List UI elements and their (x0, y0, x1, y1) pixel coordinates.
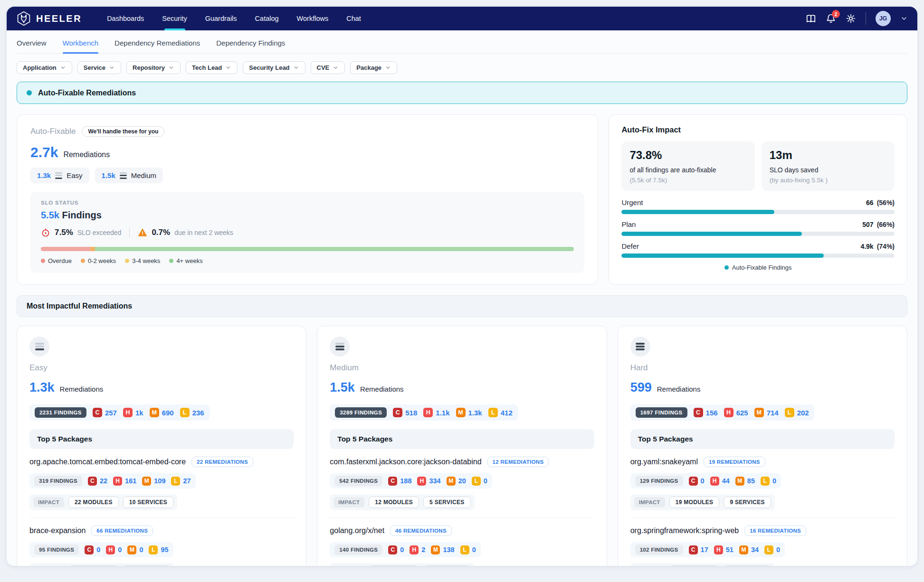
package-name[interactable]: golang.org/x/net (330, 526, 384, 535)
user-avatar[interactable]: JG (876, 11, 891, 26)
tab-overview[interactable]: Overview (17, 39, 47, 53)
difficulty-pill-medium[interactable]: 1.5k Medium (95, 168, 163, 183)
package-remediations-badge[interactable]: 12 REMEDIATIONS (487, 457, 549, 467)
severity-c-icon: C (689, 545, 698, 554)
slo-bar-segment-overdue (41, 247, 90, 251)
severity-m-icon: M (739, 545, 748, 554)
package-remediations-badge[interactable]: 46 REMEDIATIONS (390, 526, 452, 536)
package-findings-row: 140 FINDINGS C 0 H 2 M 138 L 0 (330, 542, 480, 557)
nav-item-guardrails[interactable]: Guardrails (198, 7, 244, 30)
tab-dependency-findings[interactable]: Dependency Findings (216, 39, 285, 53)
modules-pill[interactable]: 12 MODULES (369, 497, 419, 508)
filter-service[interactable]: Service (77, 61, 121, 74)
severity-h: H 625 (724, 408, 748, 417)
services-pill[interactable]: 0 SERVICES (423, 565, 470, 566)
filter-repository[interactable]: Repository (126, 61, 181, 74)
slo-findings-value: 5.5k (41, 210, 59, 220)
difficulty-icon-circle (29, 337, 49, 357)
severity-h-icon: H (123, 408, 133, 417)
package-name[interactable]: org.apache.tomcat.embed:tomcat-embed-cor… (29, 458, 186, 466)
impact-title: Auto-Fix Impact (621, 125, 895, 134)
difficulty-cards-grid: Easy 1.3k Remediations 2231 FINDINGS C 2… (17, 326, 907, 566)
package-row: org.yaml:snakeyaml 19 REMEDIATIONS 129 F… (630, 449, 895, 518)
docs-book-icon[interactable] (806, 13, 816, 24)
severity-m: M 20 (447, 477, 466, 486)
severity-c-icon: C (88, 477, 97, 486)
severity-h-icon: H (724, 408, 733, 417)
services-pill[interactable]: 8 SERVICES (123, 565, 170, 566)
tab-dependency-remediations[interactable]: Dependency Remediations (114, 39, 200, 53)
severity-h-icon: H (410, 545, 419, 554)
slo-legend-item: Overdue (41, 257, 72, 264)
modules-pill[interactable]: 16 MODULES (669, 565, 720, 566)
filter-cve[interactable]: CVE (311, 61, 345, 74)
package-remediations-badge[interactable]: 16 REMEDIATIONS (744, 526, 806, 536)
nav-divider (866, 12, 866, 25)
package-findings-badge: 140 FINDINGS (334, 544, 382, 555)
nav-item-workflows[interactable]: Workflows (290, 7, 336, 30)
services-pill[interactable]: 9 SERVICES (724, 565, 771, 566)
severity-l: L 95 (149, 545, 168, 554)
auto-fixable-banner[interactable]: Auto-Fixable Remediations (17, 82, 907, 104)
section-title: Most Impactful Remediations (17, 295, 907, 317)
tab-workbench[interactable]: Workbench (63, 39, 99, 53)
difficulty-remediations-count: 1.3k (29, 380, 55, 395)
services-pill[interactable]: 9 SERVICES (724, 497, 771, 508)
package-remediations-badge[interactable]: 22 REMEDIATIONS (191, 457, 253, 467)
modules-pill[interactable]: 46 MODULES (369, 565, 419, 566)
nav-item-security[interactable]: Security (155, 7, 194, 30)
severity-c-icon: C (694, 408, 703, 417)
impact-bar-fill (621, 253, 823, 258)
findings-total-badge: 3289 FINDINGS (335, 407, 387, 418)
impact-stat-box: 13m SLO days saved (by auto-fixing 5.5k … (762, 141, 895, 191)
legend-dot-icon (724, 265, 729, 270)
impact-bar-track (621, 232, 895, 236)
notifications-bell-icon[interactable]: 2 (826, 13, 836, 24)
difficulty-pill-easy[interactable]: 1.3k Easy (30, 168, 89, 183)
user-menu-chevron-down-icon[interactable] (900, 15, 908, 22)
package-name[interactable]: org.springframework:spring-web (630, 526, 739, 535)
package-remediations-badge[interactable]: 66 REMEDIATIONS (91, 526, 153, 536)
severity-h: H 44 (710, 477, 730, 486)
brand[interactable]: HEELER (16, 11, 82, 26)
package-impact-row: IMPACT 12 MODULES 5 SERVICES (330, 494, 474, 510)
package-remediations-badge[interactable]: 19 REMEDIATIONS (704, 457, 765, 467)
filter-application[interactable]: Application (17, 61, 72, 74)
nav-item-dashboards[interactable]: Dashboards (100, 7, 151, 30)
difficulty-level-icon (55, 172, 62, 179)
severity-m-icon: M (150, 408, 159, 417)
severity-c: C 0 (85, 545, 100, 554)
services-pill[interactable]: 10 SERVICES (123, 497, 173, 508)
package-name[interactable]: brace-expansion (29, 526, 86, 535)
difficulty-findings-row: 1697 FINDINGS C 156 H 625 M 714 L 202 (630, 404, 814, 421)
nav-item-chat[interactable]: Chat (339, 7, 368, 30)
chevron-down-icon (293, 65, 299, 71)
filter-package[interactable]: Package (350, 61, 397, 74)
modules-pill[interactable]: 22 MODULES (68, 497, 119, 508)
severity-h-icon: H (113, 477, 122, 486)
chevron-down-icon (225, 65, 231, 71)
services-pill[interactable]: 5 SERVICES (423, 497, 470, 508)
filter-tech-lead[interactable]: Tech Lead (186, 61, 238, 74)
severity-m-icon: M (447, 477, 456, 486)
slo-status-heading: SLO STATUS (41, 200, 574, 206)
package-name[interactable]: org.yaml:snakeyaml (630, 458, 698, 466)
difficulty-pills: 1.3k Easy 1.5k Medium (30, 168, 584, 183)
auto-fixable-badge: We'll handle these for you (82, 126, 164, 137)
modules-pill[interactable]: 19 MODULES (669, 497, 720, 508)
nav-item-catalog[interactable]: Catalog (248, 7, 286, 30)
severity-c-icon: C (388, 477, 397, 486)
severity-c: C 257 (93, 408, 117, 417)
severity-h-icon: H (417, 477, 426, 486)
slo-exceeded-label: SLO exceeded (77, 229, 122, 236)
findings-total-badge: 2231 FINDINGS (35, 407, 86, 418)
severity-m: M 34 (739, 545, 759, 554)
remediations-count-label: Remediations (63, 150, 110, 159)
settings-gear-icon[interactable] (846, 13, 856, 24)
package-name[interactable]: com.fasterxml.jackson.core:jackson-datab… (330, 458, 481, 466)
filter-security-lead[interactable]: Security Lead (243, 61, 305, 74)
modules-pill[interactable]: 66 MODULES (68, 565, 119, 566)
slo-bar-segment-0-2-weeks (90, 247, 95, 251)
slo-progress-bar (41, 247, 574, 251)
impact-bar-plan: Plan 507(66%) (621, 220, 895, 236)
